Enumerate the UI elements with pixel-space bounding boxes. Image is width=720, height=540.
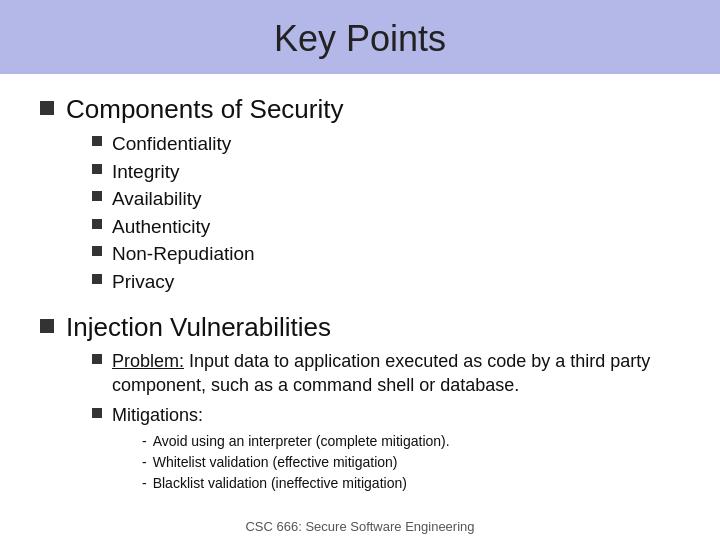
component-authenticity: Authenticity <box>112 214 210 241</box>
slide: Key Points Components of Security Confid… <box>0 0 720 540</box>
slide-header: Key Points <box>0 0 720 74</box>
list-item: Privacy <box>92 269 680 296</box>
mitigation-2: Whitelist validation (effective mitigati… <box>153 452 398 473</box>
component-nonrepudiation: Non-Repudiation <box>112 241 255 268</box>
mitigation-3: Blacklist validation (ineffective mitiga… <box>153 473 407 494</box>
problem-text: Problem: Input data to application execu… <box>112 349 680 398</box>
problem-description: Input data to application executed as co… <box>112 351 650 395</box>
list-item: Availability <box>92 186 680 213</box>
footer-text: CSC 666: Secure Software Engineering <box>245 519 474 534</box>
section-components-title: Components of Security <box>66 94 343 125</box>
list-item: Blacklist validation (ineffective mitiga… <box>142 473 450 494</box>
section-components-header: Components of Security <box>40 94 680 125</box>
problem-label: Problem: <box>112 351 184 371</box>
sub-bullet-icon <box>92 246 102 256</box>
component-confidentiality: Confidentiality <box>112 131 231 158</box>
list-item: Avoid using an interpreter (complete mit… <box>142 431 450 452</box>
slide-body: Components of Security Confidentiality I… <box>0 74 720 513</box>
injection-details-list: Problem: Input data to application execu… <box>92 349 680 495</box>
section-components: Components of Security Confidentiality I… <box>40 94 680 296</box>
component-availability: Availability <box>112 186 201 213</box>
sub-bullet-icon <box>92 164 102 174</box>
sub-bullet-icon <box>92 136 102 146</box>
sub-bullet-icon <box>92 408 102 418</box>
list-item: Whitelist validation (effective mitigati… <box>142 452 450 473</box>
mitigations-container: Mitigations: Avoid using an interpreter … <box>112 403 450 494</box>
component-privacy: Privacy <box>112 269 174 296</box>
mitigations-label: Mitigations: <box>112 405 203 425</box>
section-injection-header: Injection Vulnerabilities <box>40 312 680 343</box>
slide-title: Key Points <box>20 18 700 60</box>
section-bullet-icon <box>40 319 54 333</box>
components-list: Confidentiality Integrity Availability A… <box>92 131 680 296</box>
section-injection: Injection Vulnerabilities Problem: Input… <box>40 312 680 495</box>
sub-bullet-icon <box>92 219 102 229</box>
section-bullet-icon <box>40 101 54 115</box>
problem-item: Problem: Input data to application execu… <box>92 349 680 398</box>
section-injection-title: Injection Vulnerabilities <box>66 312 331 343</box>
mitigations-item: Mitigations: Avoid using an interpreter … <box>92 403 680 494</box>
mitigation-1: Avoid using an interpreter (complete mit… <box>153 431 450 452</box>
list-item: Confidentiality <box>92 131 680 158</box>
slide-footer: CSC 666: Secure Software Engineering <box>0 513 720 540</box>
sub-bullet-icon <box>92 191 102 201</box>
component-integrity: Integrity <box>112 159 180 186</box>
mitigations-list: Avoid using an interpreter (complete mit… <box>142 431 450 494</box>
sub-bullet-icon <box>92 274 102 284</box>
list-item: Non-Repudiation <box>92 241 680 268</box>
sub-bullet-icon <box>92 354 102 364</box>
list-item: Authenticity <box>92 214 680 241</box>
list-item: Integrity <box>92 159 680 186</box>
